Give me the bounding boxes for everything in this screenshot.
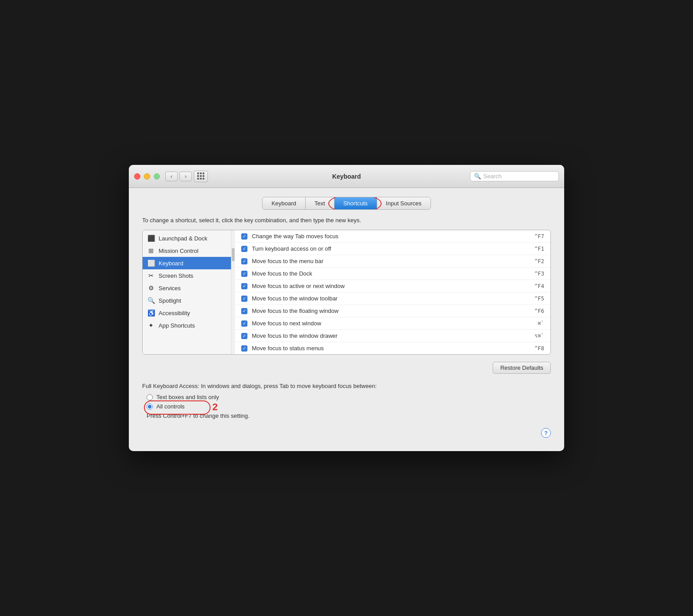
- shortcut-item-3[interactable]: ✓ Move focus to the Dock ^F3: [235, 268, 550, 280]
- shortcut-name-6: Move focus to the floating window: [252, 308, 530, 314]
- forward-button[interactable]: ›: [179, 172, 192, 181]
- radio-row-text-boxes: Text boxes and lists only: [142, 394, 551, 400]
- search-icon: 🔍: [474, 173, 481, 180]
- checkmark-9: ✓: [243, 346, 246, 351]
- shortcut-item-9[interactable]: ✓ Move focus to status menus ^F8: [235, 342, 550, 354]
- checkbox-5[interactable]: ✓: [241, 296, 247, 302]
- checkbox-0[interactable]: ✓: [241, 233, 247, 240]
- window-title: Keyboard: [332, 173, 361, 180]
- grid-icon: [197, 172, 205, 180]
- search-box[interactable]: 🔍: [470, 171, 559, 181]
- sidebar-item-label-spotlight: Spotlight: [159, 297, 181, 304]
- help-row: ?: [142, 428, 551, 438]
- checkbox-6[interactable]: ✓: [241, 308, 247, 314]
- sidebar-item-label-services: Services: [159, 285, 181, 292]
- checkmark-1: ✓: [243, 247, 246, 251]
- main-panel: ⬛ Launchpad & Dock ⊞ Mission Control ⬜ K…: [142, 230, 551, 355]
- accessibility-icon: ♿: [147, 309, 155, 317]
- checkbox-4[interactable]: ✓: [241, 283, 247, 289]
- shortcut-key-9: ^F8: [534, 345, 544, 352]
- restore-defaults-row: Restore Defaults: [142, 362, 551, 374]
- shortcut-key-2: ^F2: [534, 258, 544, 264]
- sidebar-item-launchpad[interactable]: ⬛ Launchpad & Dock: [143, 232, 231, 244]
- shortcut-name-9: Move focus to status menus: [252, 345, 530, 352]
- fka-title: Full Keyboard Access: In windows and dia…: [142, 383, 551, 389]
- checkmark-6: ✓: [243, 309, 246, 313]
- shortcut-item-5[interactable]: ✓ Move focus to the window toolbar ^F5: [235, 292, 550, 305]
- annotation-2: 2: [212, 401, 218, 413]
- scroll-thumb: [232, 248, 235, 261]
- checkmark-4: ✓: [243, 284, 246, 288]
- fka-section: Full Keyboard Access: In windows and dia…: [142, 383, 551, 419]
- minimize-button[interactable]: [144, 173, 150, 180]
- shortcut-item-4[interactable]: ✓ Move focus to active or next window ^F…: [235, 280, 550, 292]
- shortcut-key-3: ^F3: [534, 271, 544, 277]
- back-button[interactable]: ‹: [165, 172, 178, 181]
- sidebar-item-app-shortcuts[interactable]: ✦ App Shortcuts: [143, 319, 231, 332]
- shortcut-key-6: ^F6: [534, 308, 544, 314]
- app-shortcuts-icon: ✦: [147, 321, 155, 329]
- main-window: ‹ › Keyboard 🔍 Keyboard Text Shortcuts: [129, 165, 564, 451]
- sidebar-item-accessibility[interactable]: ♿ Accessibility: [143, 307, 231, 319]
- sidebar-item-mission-control[interactable]: ⊞ Mission Control: [143, 244, 231, 257]
- shortcut-item-6[interactable]: ✓ Move focus to the floating window ^F6: [235, 305, 550, 317]
- shortcut-item-8[interactable]: ✓ Move focus to the window drawer ⌥⌘`: [235, 330, 550, 342]
- services-icon: ⚙: [147, 284, 155, 292]
- tabs-container: Keyboard Text Shortcuts 1 Input Sources: [142, 197, 551, 210]
- checkmark-5: ✓: [243, 296, 246, 301]
- spotlight-icon: 🔍: [147, 296, 155, 304]
- shortcut-key-4: ^F4: [534, 283, 544, 289]
- tab-input-sources[interactable]: Input Sources: [377, 197, 430, 209]
- radio-text-boxes-label: Text boxes and lists only: [156, 394, 219, 400]
- checkbox-2[interactable]: ✓: [241, 258, 247, 264]
- shortcut-name-2: Move focus to the menu bar: [252, 258, 530, 264]
- radio-row-all-controls: All controls 2: [142, 403, 551, 410]
- traffic-lights: [134, 173, 160, 180]
- radio-all-controls[interactable]: [147, 404, 153, 410]
- instruction-text: To change a shortcut, select it, click t…: [142, 217, 551, 224]
- checkmark-2: ✓: [243, 259, 246, 264]
- checkbox-8[interactable]: ✓: [241, 333, 247, 339]
- shortcut-list: ✓ Change the way Tab moves focus ^F7 ✓ T…: [235, 230, 550, 354]
- keyboard-icon: ⬜: [147, 259, 155, 267]
- shortcut-key-8: ⌥⌘`: [534, 333, 544, 339]
- tab-shortcuts[interactable]: Shortcuts: [335, 197, 377, 209]
- checkbox-3[interactable]: ✓: [241, 271, 247, 277]
- shortcut-name-7: Move focus to next window: [252, 320, 534, 327]
- checkmark-0: ✓: [243, 234, 246, 239]
- checkmark-3: ✓: [243, 272, 246, 276]
- shortcut-name-3: Move focus to the Dock: [252, 270, 530, 277]
- restore-defaults-button[interactable]: Restore Defaults: [493, 362, 551, 374]
- shortcut-item-1[interactable]: ✓ Turn keyboard access on or off ^F1: [235, 243, 550, 255]
- checkbox-1[interactable]: ✓: [241, 246, 247, 252]
- radio-text-boxes[interactable]: [147, 394, 153, 400]
- radio-all-controls-label: All controls: [156, 403, 185, 410]
- sidebar-item-label-screen-shots: Screen Shots: [159, 272, 193, 279]
- close-button[interactable]: [134, 173, 140, 180]
- sidebar: ⬛ Launchpad & Dock ⊞ Mission Control ⬜ K…: [143, 230, 231, 354]
- sidebar-item-keyboard[interactable]: ⬜ Keyboard: [143, 257, 231, 269]
- tab-keyboard[interactable]: Keyboard: [263, 197, 306, 209]
- tab-text[interactable]: Text: [306, 197, 335, 209]
- shortcut-key-0: ^F7: [534, 233, 544, 240]
- content-area: Keyboard Text Shortcuts 1 Input Sources …: [129, 188, 564, 451]
- shortcut-key-7: ⌘`: [538, 320, 544, 327]
- search-input[interactable]: [483, 173, 555, 180]
- checkbox-7[interactable]: ✓: [241, 320, 247, 327]
- shortcut-name-4: Move focus to active or next window: [252, 283, 530, 289]
- tabs: Keyboard Text Shortcuts 1 Input Sources: [262, 197, 431, 210]
- titlebar: ‹ › Keyboard 🔍: [129, 165, 564, 188]
- sidebar-item-screen-shots[interactable]: ✂ Screen Shots: [143, 269, 231, 282]
- scrollbar[interactable]: [231, 230, 235, 354]
- shortcut-item-7[interactable]: ✓ Move focus to next window ⌘`: [235, 317, 550, 330]
- sidebar-item-spotlight[interactable]: 🔍 Spotlight: [143, 294, 231, 307]
- shortcut-key-1: ^F1: [534, 246, 544, 252]
- help-button[interactable]: ?: [541, 428, 551, 438]
- sidebar-item-services[interactable]: ⚙ Services: [143, 282, 231, 294]
- maximize-button[interactable]: [154, 173, 160, 180]
- shortcut-item-0[interactable]: ✓ Change the way Tab moves focus ^F7: [235, 230, 550, 243]
- checkbox-9[interactable]: ✓: [241, 345, 247, 352]
- grid-button[interactable]: [194, 171, 208, 182]
- shortcut-name-8: Move focus to the window drawer: [252, 332, 530, 339]
- shortcut-item-2[interactable]: ✓ Move focus to the menu bar ^F2: [235, 255, 550, 268]
